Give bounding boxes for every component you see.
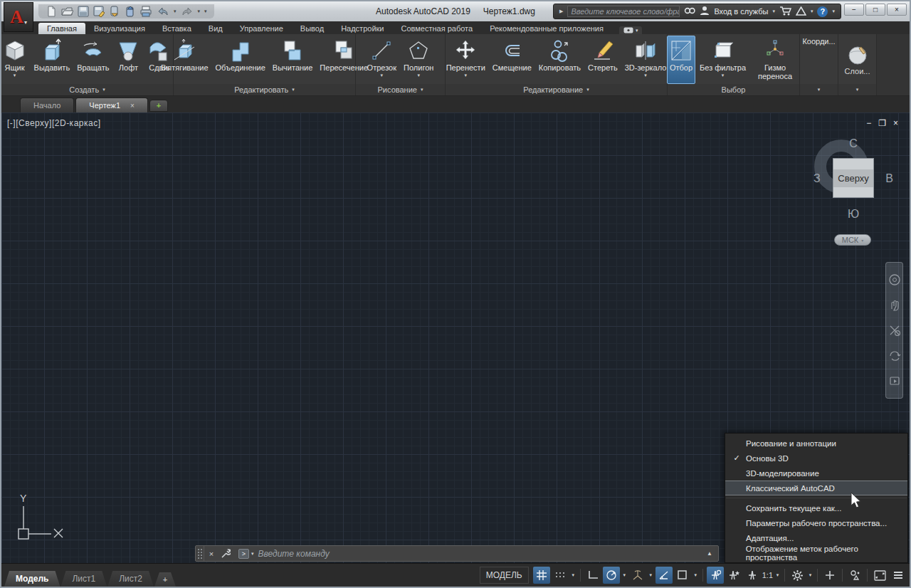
ucs-icon[interactable]: Y <box>10 492 70 543</box>
viewport-minimize-icon[interactable]: − <box>866 118 871 128</box>
model-space-button[interactable]: МОДЕЛЬ <box>480 567 529 584</box>
redo-dropdown[interactable]: ▾ <box>198 9 201 14</box>
panel-expand-icon[interactable]: ▾ <box>856 87 859 93</box>
command-customize-icon[interactable] <box>218 549 233 559</box>
clean-screen-button[interactable] <box>871 567 888 584</box>
menu-item-customize[interactable]: Адаптация... <box>725 530 907 545</box>
layout-tab-list1[interactable]: Лист1 <box>60 571 107 587</box>
workspace-gear-button[interactable] <box>789 567 806 584</box>
annotation-scale-icon[interactable] <box>744 567 761 584</box>
tab-rekomendovannye-prilozheniya[interactable]: Рекомендованные приложения <box>481 23 612 34</box>
plot-button[interactable] <box>140 6 152 17</box>
recent-commands-icon[interactable]: ▾ <box>251 551 254 557</box>
command-input[interactable]: Введите команду <box>258 549 707 559</box>
isodraft-toggle[interactable] <box>629 567 646 584</box>
autodesk-share-icon[interactable] <box>796 6 806 17</box>
panel-title-draw[interactable]: Рисование ▾ <box>356 84 445 95</box>
wcs-menu-button[interactable]: МСК ▾ <box>834 234 871 246</box>
extrude-button[interactable]: Выдавить <box>31 36 73 84</box>
polygon-button[interactable]: Полигон ▾ <box>401 36 436 84</box>
culling-button[interactable]: Отбор <box>667 36 695 84</box>
share-dropdown-icon[interactable]: ▾ <box>811 9 813 14</box>
line-button[interactable]: Отрезок ▾ <box>364 36 399 84</box>
move-button[interactable]: Перенести ▾ <box>443 36 488 84</box>
menu-item-workspace-settings[interactable]: Параметры рабочего пространства... <box>725 515 907 530</box>
tab-vstavka[interactable]: Вставка <box>154 23 200 34</box>
panel-layers[interactable]: Слои... ▾ <box>838 34 877 95</box>
offset-button[interactable]: Смещение <box>490 36 535 84</box>
layout-tab-list2[interactable]: Лист2 <box>107 571 154 587</box>
union-button[interactable]: Объединение <box>213 36 268 84</box>
viewcube-face-top[interactable]: Сверху <box>833 158 874 198</box>
viewcube-south[interactable]: Ю <box>848 208 859 221</box>
showmotion-icon[interactable] <box>888 374 901 387</box>
snap-dropdown[interactable]: ▾ <box>570 572 576 578</box>
undo-dropdown[interactable]: ▾ <box>174 9 177 14</box>
chevron-down-icon[interactable]: ▾ <box>464 73 467 78</box>
chevron-down-icon[interactable]: ▾ <box>417 73 420 78</box>
command-history-toggle[interactable]: ▲ <box>707 550 718 557</box>
copy-button[interactable]: Копировать <box>536 36 584 84</box>
workspace-dropdown[interactable]: ▾ <box>807 572 813 578</box>
menu-item-3d-modeling[interactable]: 3D-моделирование <box>725 466 907 481</box>
status-bar-menu-button[interactable] <box>890 567 907 584</box>
close-button[interactable]: × <box>887 4 907 16</box>
save-button[interactable] <box>78 6 89 17</box>
qat-customize-button[interactable]: ▾ <box>204 9 207 14</box>
menu-item-3d-basics[interactable]: ✓ Основы 3D <box>725 451 907 466</box>
viewcube[interactable]: С Ю З В Сверху <box>814 140 892 218</box>
viewcube-north[interactable]: С <box>849 137 858 150</box>
tab-upravlenie[interactable]: Управление <box>231 23 292 34</box>
customization-plus-button[interactable] <box>821 567 838 584</box>
app-store-cart-icon[interactable] <box>779 6 791 17</box>
menu-item-display-workspace-labels[interactable]: Отображение меток рабочего пространства <box>725 545 907 560</box>
viewcube-east[interactable]: В <box>885 172 893 185</box>
annotation-visibility-toggle[interactable] <box>707 567 724 584</box>
polar-dropdown[interactable]: ▾ <box>621 572 628 578</box>
subtract-button[interactable]: Вычитание <box>270 36 316 84</box>
redo-button[interactable] <box>181 6 194 16</box>
erase-button[interactable]: Стереть <box>585 36 621 84</box>
orbit-icon[interactable] <box>888 350 901 362</box>
chevron-down-icon[interactable]: ▾ <box>14 73 16 78</box>
menu-item-classic-autocad[interactable]: Классический AutoCAD <box>725 481 907 495</box>
search-expand-icon[interactable]: ▶ <box>559 9 563 14</box>
object-snap-tracking-toggle[interactable] <box>655 567 673 584</box>
isolate-objects-button[interactable] <box>846 567 863 584</box>
panel-coordinates[interactable]: Коорди... ▾ <box>800 34 838 95</box>
tab-vyvod[interactable]: Вывод <box>292 23 332 34</box>
undo-button[interactable] <box>157 6 169 16</box>
annotation-scale-value[interactable]: 1:1 <box>762 571 773 579</box>
revolve-button[interactable]: Вращать <box>74 36 112 84</box>
ribbon-display-toggle[interactable]: ▾ <box>619 26 643 34</box>
minimize-button[interactable]: − <box>844 4 864 16</box>
close-tab-icon[interactable]: × <box>130 102 135 110</box>
grid-toggle[interactable] <box>533 567 550 584</box>
save-to-web-button[interactable] <box>125 6 136 17</box>
save-as-button[interactable] <box>93 6 105 17</box>
ortho-toggle[interactable] <box>584 567 601 584</box>
polar-tracking-toggle[interactable] <box>603 567 620 584</box>
file-tab-drawing1[interactable]: Чертеж1 × <box>75 98 148 112</box>
signin-label[interactable]: Вход в службы <box>714 7 768 16</box>
command-close-icon[interactable]: × <box>204 550 218 558</box>
command-grip-handle[interactable] <box>196 546 204 561</box>
tab-vid[interactable]: Вид <box>200 23 231 34</box>
tab-sovmestnaya-rabota[interactable]: Совместная работа <box>392 23 481 34</box>
menu-item-save-current-as[interactable]: Сохранить текущее как... <box>725 500 907 515</box>
signin-dropdown-icon[interactable]: ▾ <box>772 9 775 14</box>
pan-icon[interactable] <box>888 298 901 311</box>
snap-toggle[interactable] <box>552 567 569 584</box>
viewport-close-icon[interactable]: × <box>893 118 898 128</box>
zoom-icon[interactable] <box>888 324 901 337</box>
object-snap-dropdown[interactable]: ▾ <box>693 572 699 578</box>
navigation-bar[interactable] <box>885 262 903 399</box>
panel-title-create[interactable]: Создать ▾ <box>1 84 173 95</box>
open-from-web-button[interactable] <box>109 6 120 17</box>
viewcube-west[interactable]: З <box>813 172 821 185</box>
layout-tab-model[interactable]: Модель <box>4 571 60 587</box>
new-layout-button[interactable]: + <box>154 572 176 587</box>
annotation-autoscale-toggle[interactable] <box>725 567 742 584</box>
search-icon[interactable] <box>684 6 695 17</box>
maximize-button[interactable]: □ <box>865 4 885 16</box>
